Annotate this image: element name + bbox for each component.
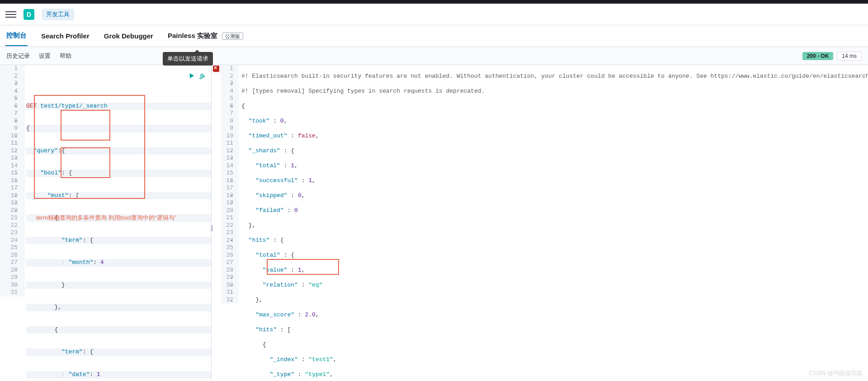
help-link[interactable]: 帮助 (60, 52, 71, 60)
request-editor[interactable]: 1 2 3▾ 4▾ 5▾ 6▾ 7▾ 8▾ 9 10▴ 11▴ 12▾ 13▾ … (0, 65, 212, 381)
tabs: 控制台 Search Profiler Grok Debugger Painle… (0, 25, 868, 47)
annotation-text: term精确查询的多条件查询 利用bool查询中的“逻辑与” (36, 214, 176, 222)
dev-tools-button[interactable]: 开发工具 (42, 9, 74, 20)
tab-painless[interactable]: Painless 实验室 公测版 (167, 26, 244, 46)
settings-link[interactable]: 设置 (39, 52, 51, 60)
watermark: CSDN @玛丽莲茼蒿 (809, 369, 863, 377)
tab-grok-debugger[interactable]: Grok Debugger (103, 27, 154, 45)
tab-search-profiler[interactable]: Search Profiler (40, 27, 90, 45)
response-time: 14 ms (837, 52, 862, 61)
beta-badge: 公测版 (222, 33, 243, 40)
wrench-icon[interactable] (199, 72, 206, 79)
send-request-tooltip: 单击以发送请求 (163, 52, 213, 66)
logo[interactable]: D (24, 9, 34, 20)
tab-painless-label: Painless 实验室 (168, 32, 217, 39)
status-badge: 200 - OK (802, 52, 834, 60)
request-path: test1/type1/_search (40, 103, 107, 109)
tab-console[interactable]: 控制台 (5, 26, 28, 46)
subnav: 历史记录 设置 帮助 200 - OK 14 ms (0, 47, 868, 65)
menu-icon[interactable] (5, 9, 16, 20)
response-viewer[interactable]: 12 3▾45 6▾78910 11▴ 12▾ 13▾1415 16▴17 18… (212, 65, 868, 381)
top-bar: D 开发工具 (0, 4, 868, 25)
play-icon[interactable] (189, 72, 195, 79)
error-icon (213, 66, 219, 72)
pane-resizer[interactable]: ‖ (210, 223, 213, 232)
http-method: GET (26, 103, 37, 109)
history-link[interactable]: 历史记录 (6, 52, 30, 60)
